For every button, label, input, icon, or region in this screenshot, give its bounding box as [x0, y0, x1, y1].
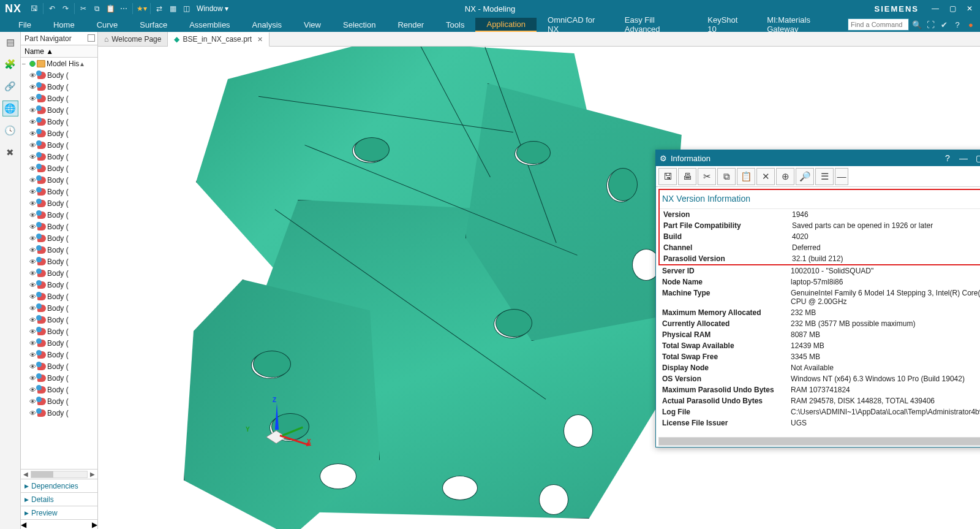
tab-welcome[interactable]: ⌂ Welcome Page: [98, 32, 168, 46]
info-hscroll[interactable]: [658, 437, 980, 446]
tree-item-body[interactable]: 👁 Body (: [21, 209, 97, 221]
tree-item-body[interactable]: 👁 Body (: [21, 139, 97, 151]
tree-item-body[interactable]: 👁 Body (: [21, 267, 97, 279]
visibility-icon[interactable]: 👁: [29, 223, 36, 230]
graphics-viewport[interactable]: Z X Y ⚙ Information ? — ▢ ✕ 🖫 🖶: [98, 47, 980, 529]
tree-item-body[interactable]: 👁 Body (: [21, 151, 97, 162]
menu-item-file[interactable]: File: [7, 18, 42, 31]
menu-item-surface[interactable]: Surface: [129, 18, 178, 31]
redo-icon[interactable]: ↷: [59, 2, 72, 15]
star-icon[interactable]: ★▾: [135, 2, 148, 15]
visibility-icon[interactable]: 👁: [29, 409, 36, 417]
history-icon[interactable]: 🕓: [2, 123, 18, 139]
command-search-input[interactable]: [848, 18, 909, 31]
help-button[interactable]: ?: [941, 153, 954, 163]
tree-item-body[interactable]: 👁 Body (: [21, 186, 97, 197]
swap-icon[interactable]: ⇄: [153, 2, 166, 15]
visibility-icon[interactable]: 👁: [29, 83, 36, 91]
navigator-hscroll-bottom[interactable]: ◀▶: [21, 519, 97, 529]
window-icon[interactable]: ◫: [179, 2, 193, 15]
section-preview[interactable]: ▶Preview: [21, 506, 97, 519]
visibility-icon[interactable]: 👁: [29, 188, 36, 196]
web-icon[interactable]: 🌐: [2, 101, 18, 116]
more-icon[interactable]: ⋯: [117, 2, 130, 15]
print-icon[interactable]: 🖶: [678, 168, 696, 185]
help-icon[interactable]: ?: [952, 19, 963, 30]
window-menu[interactable]: Window ▾: [193, 4, 232, 13]
section-dependencies[interactable]: ▶Dependencies: [21, 479, 97, 492]
visibility-icon[interactable]: 👁: [29, 72, 36, 79]
paste-icon[interactable]: 📋: [104, 2, 117, 15]
save-icon[interactable]: 🖫: [28, 2, 41, 15]
visibility-icon[interactable]: 👁: [29, 270, 36, 277]
save-icon[interactable]: 🖫: [658, 168, 677, 185]
tab-part[interactable]: ◆ BSE_in_NX_case.prt ✕: [168, 32, 270, 47]
tree-item-body[interactable]: 👁 Body (: [21, 232, 97, 244]
visibility-icon[interactable]: 👁: [29, 130, 36, 137]
visibility-icon[interactable]: 👁: [29, 211, 36, 219]
close-button[interactable]: ✕: [963, 3, 976, 14]
visibility-icon[interactable]: 👁: [29, 153, 36, 161]
visibility-icon[interactable]: 👁: [29, 258, 36, 265]
fullscreen-icon[interactable]: ⛶: [925, 19, 936, 30]
copy-icon[interactable]: ⧉: [90, 2, 104, 15]
visibility-icon[interactable]: 👁: [29, 375, 36, 382]
cut-icon[interactable]: ✂: [698, 168, 716, 185]
visibility-icon[interactable]: 👁: [29, 316, 36, 324]
visibility-icon[interactable]: 👁: [29, 165, 36, 172]
visibility-icon[interactable]: 👁: [29, 351, 36, 359]
assembly-icon[interactable]: 🧩: [2, 56, 18, 72]
tree-item-body[interactable]: 👁 Body (: [21, 81, 97, 93]
paste-icon[interactable]: 📋: [737, 168, 755, 185]
grid-icon[interactable]: ▦: [166, 2, 179, 15]
tree-item-body[interactable]: 👁 Body (: [21, 127, 97, 139]
undo-icon[interactable]: ↶: [45, 2, 59, 15]
tree-item-body[interactable]: 👁 Body (: [21, 395, 97, 407]
visibility-icon[interactable]: 👁: [29, 95, 36, 102]
tools-icon[interactable]: ✖: [2, 145, 18, 161]
maximize-button[interactable]: ▢: [973, 153, 980, 163]
copy-icon[interactable]: ⧉: [717, 168, 736, 185]
visibility-icon[interactable]: 👁: [29, 142, 36, 149]
tree-item-body[interactable]: 👁 Body (: [21, 337, 97, 349]
tree-item-body[interactable]: 👁 Body (: [21, 372, 97, 384]
visibility-icon[interactable]: 👁: [29, 363, 36, 370]
tree-item-body[interactable]: 👁 Body (: [21, 197, 97, 209]
tree-item-body[interactable]: 👁 Body (: [21, 116, 97, 127]
minimize-button[interactable]: —: [929, 3, 942, 14]
minus-icon[interactable]: —: [835, 168, 848, 185]
information-titlebar[interactable]: ⚙ Information ? — ▢ ✕: [656, 150, 980, 166]
constraint-icon[interactable]: 🔗: [2, 78, 18, 94]
minimize-button[interactable]: —: [957, 153, 970, 163]
close-icon[interactable]: ✕: [257, 36, 263, 44]
tree-item-body[interactable]: 👁 Body (: [21, 221, 97, 232]
view-triad[interactable]: Z X Y: [248, 400, 303, 455]
menu-item-tools[interactable]: Tools: [435, 18, 475, 31]
menu-item-selection[interactable]: Selection: [332, 18, 386, 31]
visibility-icon[interactable]: 👁: [29, 281, 36, 289]
section-header[interactable]: NX Version Information –: [660, 190, 980, 209]
section-details[interactable]: ▶Details: [21, 492, 97, 506]
visibility-icon[interactable]: 👁: [29, 398, 36, 405]
tree-item-body[interactable]: 👁 Body (: [21, 349, 97, 360]
visibility-icon[interactable]: 👁: [29, 340, 36, 347]
cut-icon[interactable]: ✂: [77, 2, 90, 15]
tree-item-body[interactable]: 👁 Body (: [21, 384, 97, 395]
record-icon[interactable]: ●: [965, 19, 976, 30]
tree-item-body[interactable]: 👁 Body (: [21, 360, 97, 372]
tree-item-body[interactable]: 👁 Body (: [21, 104, 97, 116]
visibility-icon[interactable]: 👁: [29, 118, 36, 126]
check-icon[interactable]: ✔: [938, 19, 949, 30]
menu-item-home[interactable]: Home: [42, 18, 86, 31]
visibility-icon[interactable]: 👁: [29, 200, 36, 207]
tree-item-body[interactable]: 👁 Body (: [21, 256, 97, 267]
menu-item-render[interactable]: Render: [386, 18, 435, 31]
target-icon[interactable]: ⊕: [776, 168, 794, 185]
visibility-icon[interactable]: 👁: [29, 386, 36, 394]
tree-item-body[interactable]: 👁 Body (: [21, 325, 97, 337]
tree-item-body[interactable]: 👁 Body (: [21, 407, 97, 419]
menu-item-assemblies[interactable]: Assemblies: [178, 18, 241, 31]
restore-button[interactable]: ▢: [946, 3, 959, 14]
visibility-icon[interactable]: 👁: [29, 305, 36, 312]
visibility-icon[interactable]: 👁: [29, 107, 36, 114]
